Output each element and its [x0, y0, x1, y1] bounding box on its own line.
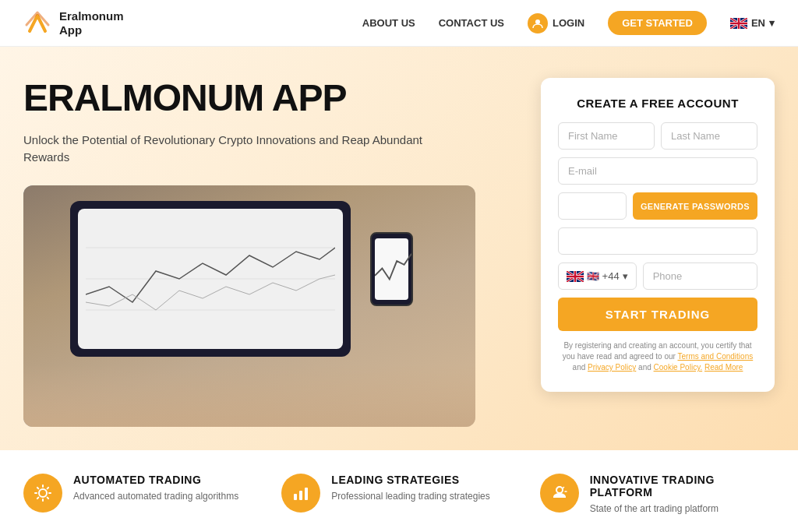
innovative-platform-icon [540, 474, 579, 513]
country-row: United Kingdom [558, 227, 757, 255]
innovative-platform-title: INNOVATIVE TRADING PLATFORM [590, 474, 775, 499]
leading-strategies-icon [281, 474, 320, 513]
terms-link[interactable]: Terms and Conditions [678, 352, 754, 361]
registration-form-card: CREATE A FREE ACCOUNT ASSexr4ZNz GENERAT… [541, 78, 775, 392]
hero-image [23, 185, 475, 427]
nav-login[interactable]: LOGIN [528, 13, 584, 33]
hero-section: ERALMONUM APP Unlock the Potential of Re… [0, 47, 798, 450]
hero-left: ERALMONUM APP Unlock the Potential of Re… [23, 78, 460, 427]
country-input[interactable]: United Kingdom [558, 227, 757, 255]
logo-text: EralmonumApp [59, 9, 124, 37]
automated-trading-desc: Advanced automated trading algorithms [73, 489, 238, 503]
logo-icon [23, 9, 51, 37]
svg-point-10 [556, 487, 563, 493]
privacy-link[interactable]: Privacy Policy [588, 363, 636, 372]
svg-rect-8 [299, 491, 302, 500]
innovative-platform-desc: State of the art trading platform [590, 502, 775, 516]
password-input[interactable]: ASSexr4ZNz [558, 192, 627, 220]
svg-rect-9 [305, 488, 308, 500]
features-section: AUTOMATED TRADING Advanced automated tra… [0, 450, 798, 523]
first-name-input[interactable] [558, 122, 655, 150]
nav-contact-us[interactable]: CONTACT US [439, 17, 504, 29]
lang-selector[interactable]: EN ▾ [730, 17, 775, 29]
phone-country-select[interactable]: 🇬🇧 +44 ▾ [558, 262, 637, 290]
phone-input[interactable] [643, 262, 757, 290]
navbar: EralmonumApp ABOUT US CONTACT US LOGIN G… [0, 0, 798, 47]
automated-trading-text: AUTOMATED TRADING Advanced automated tra… [73, 474, 238, 503]
generate-passwords-button[interactable]: GENERATE PASSWORDS [633, 192, 757, 220]
svg-point-0 [535, 19, 540, 24]
chart-svg [86, 217, 335, 341]
phone-code: 🇬🇧 +44 [587, 270, 620, 282]
nav-about-us[interactable]: ABOUT US [362, 17, 415, 29]
last-name-input[interactable] [661, 122, 757, 150]
login-icon [528, 13, 548, 33]
phone-dropdown-icon: ▾ [623, 270, 628, 282]
email-row [558, 157, 757, 185]
feature-automated-trading: AUTOMATED TRADING Advanced automated tra… [23, 474, 258, 516]
svg-point-6 [39, 489, 47, 497]
cookie-link[interactable]: Cookie Policy. [654, 363, 703, 372]
hero-subtitle: Unlock the Potential of Revolutionary Cr… [23, 132, 460, 167]
phone-flag-icon [567, 271, 584, 282]
get-started-button[interactable]: GET STARTED [608, 11, 707, 35]
leading-strategies-title: LEADING STRATEGIES [331, 474, 489, 486]
logo[interactable]: EralmonumApp [23, 9, 124, 37]
password-row: ASSexr4ZNz GENERATE PASSWORDS [558, 192, 757, 220]
svg-rect-7 [294, 494, 297, 500]
leading-strategies-desc: Professional leading trading strategies [331, 489, 489, 503]
name-row [558, 122, 757, 150]
flag-icon [730, 18, 747, 29]
feature-innovative-platform: INNOVATIVE TRADING PLATFORM State of the… [540, 474, 775, 516]
navbar-links: ABOUT US CONTACT US LOGIN GET STARTED EN… [362, 11, 775, 35]
chevron-down-icon: ▾ [769, 17, 775, 29]
hero-image-inner [23, 185, 475, 427]
innovative-platform-text: INNOVATIVE TRADING PLATFORM State of the… [590, 474, 775, 516]
hero-title: ERALMONUM APP [23, 78, 460, 119]
read-more-link[interactable]: Read More [704, 363, 743, 372]
phone-row: 🇬🇧 +44 ▾ [558, 262, 757, 290]
automated-trading-icon [23, 474, 62, 513]
start-trading-button[interactable]: START TRADING [558, 298, 757, 331]
email-input[interactable] [558, 157, 757, 185]
feature-leading-strategies: LEADING STRATEGIES Professional leading … [281, 474, 516, 516]
automated-trading-title: AUTOMATED TRADING [73, 474, 238, 486]
form-title: CREATE A FREE ACCOUNT [558, 97, 757, 110]
leading-strategies-text: LEADING STRATEGIES Professional leading … [331, 474, 489, 503]
form-disclaimer: By registering and creating an account, … [558, 340, 757, 373]
